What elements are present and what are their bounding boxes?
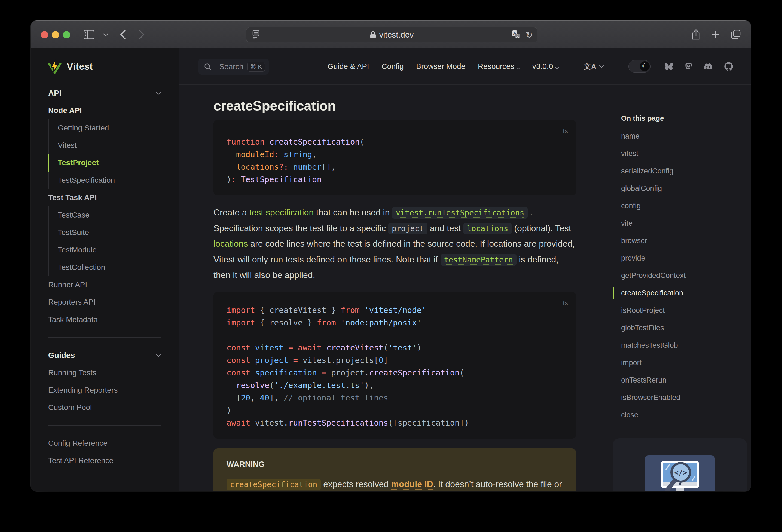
translate-icon[interactable]: A 文: [511, 30, 521, 40]
sidebar-item-testcase[interactable]: TestCase: [48, 206, 161, 224]
nav-link-v3-0-0[interactable]: v3.0.0: [532, 62, 559, 71]
sidebar-item-reporters-api[interactable]: Reporters API: [48, 293, 161, 311]
bluesky-icon[interactable]: [664, 62, 674, 71]
nav-link-resources[interactable]: Resources: [478, 62, 520, 71]
sidebar-item-running-tests[interactable]: Running Tests: [48, 364, 161, 382]
inline-link[interactable]: testNamePattern: [440, 254, 517, 266]
outline-item-getprovidedcontext[interactable]: getProvidedContext: [621, 267, 748, 284]
sidebar-divider: [48, 425, 161, 426]
sidebar-item-test-task-api[interactable]: Test Task API: [48, 189, 161, 206]
chevron-down-icon: [599, 64, 604, 68]
outline-item-import[interactable]: import: [621, 354, 748, 371]
warning-callout: WARNING createSpecification expects reso…: [213, 449, 576, 491]
language-switcher[interactable]: 文A: [584, 62, 603, 71]
tab-group-chevron-icon[interactable]: [101, 21, 110, 48]
outline-item-serializedconfig[interactable]: serializedConfig: [621, 162, 748, 180]
nav-divider: [571, 62, 571, 71]
sidebar-item-testmodule[interactable]: TestModule: [48, 241, 161, 259]
site-logo[interactable]: Vitest: [31, 48, 179, 84]
sidebar-item-test-api-reference[interactable]: Test API Reference: [48, 452, 161, 469]
forward-button[interactable]: [135, 21, 148, 48]
site-viewport: Vitest APINode APIGetting StartedVitestT…: [31, 48, 751, 491]
sidebar-item-testcollection[interactable]: TestCollection: [48, 259, 161, 276]
sidebar-item-node-api[interactable]: Node API: [48, 102, 161, 119]
sidebar-item-config-reference[interactable]: Config Reference: [48, 434, 161, 452]
mastodon-icon[interactable]: [684, 62, 693, 71]
code-line: moduleId: string,: [226, 148, 563, 161]
sidebar-item-task-metadata[interactable]: Task Metadata: [48, 311, 161, 328]
text-segment: that can be used in: [314, 208, 392, 217]
outline-item-createspecification[interactable]: createSpecification: [621, 284, 748, 302]
code-language-badge: ts: [563, 297, 568, 309]
outline-item-globalconfig[interactable]: globalConfig: [621, 180, 748, 197]
sidebar-item-vitest[interactable]: Vitest: [48, 137, 161, 154]
outline-panel: On this page namevitestserializedConfigg…: [613, 84, 748, 491]
doc-content: createSpecification ts function createSp…: [213, 84, 576, 491]
inline-link[interactable]: locations: [463, 223, 512, 235]
browser-window: vitest.dev A 文 ↻: [31, 21, 751, 491]
back-button[interactable]: [116, 21, 129, 48]
url-text: vitest.dev: [379, 30, 414, 39]
outline-item-isbrowserenabled[interactable]: isBrowserEnabled: [621, 389, 748, 406]
dark-mode-toggle[interactable]: ☾: [629, 60, 651, 73]
sidebar-toggle-icon[interactable]: [82, 21, 96, 48]
sidebar-group-guides[interactable]: Guides: [48, 347, 161, 364]
chevron-down-icon: [156, 352, 161, 357]
share-icon[interactable]: [689, 21, 703, 48]
outline-item-isrootproject[interactable]: isRootProject: [621, 302, 748, 319]
sidebar-item-testsuite[interactable]: TestSuite: [48, 224, 161, 241]
outline-item-browser[interactable]: browser: [621, 232, 748, 249]
sidebar-item-testproject[interactable]: TestProject: [48, 154, 161, 172]
code-line: ): TestSpecification: [226, 173, 563, 186]
sponsor-card[interactable]: </>: [613, 438, 747, 491]
outline-item-ontestsrerun[interactable]: onTestsRerun: [621, 371, 748, 389]
inline-link[interactable]: module ID: [391, 479, 433, 489]
outline-item-config[interactable]: config: [621, 197, 748, 215]
close-window-button[interactable]: [41, 31, 48, 38]
nav-link-guide-api[interactable]: Guide & API: [327, 62, 369, 71]
sidebar-item-extending-reporters[interactable]: Extending Reporters: [48, 382, 161, 399]
inline-link[interactable]: vitest.runTestSpecifications: [392, 207, 528, 219]
text-segment: Create a: [213, 208, 249, 217]
sidebar-item-custom-pool[interactable]: Custom Pool: [48, 399, 161, 416]
sidebar: Vitest APINode APIGetting StartedVitestT…: [31, 48, 179, 491]
outline-active-marker: [613, 287, 614, 299]
code-line: const vitest = await createVitest('test'…: [226, 342, 563, 354]
nav-link-browser-mode[interactable]: Browser Mode: [416, 62, 466, 71]
search-button[interactable]: Search ⌘ K: [199, 59, 269, 75]
outline-marker-line: [613, 128, 613, 424]
lock-icon: [370, 31, 376, 39]
sponsor-illustration: </>: [645, 456, 715, 491]
inline-link[interactable]: locations: [213, 239, 248, 249]
tab-overview-icon[interactable]: [728, 21, 743, 48]
discord-icon[interactable]: [703, 62, 713, 71]
outline-item-globtestfiles[interactable]: globTestFiles: [621, 319, 748, 336]
browser-toolbar: vitest.dev A 文 ↻: [31, 21, 751, 48]
sidebar-item-getting-started[interactable]: Getting Started: [48, 119, 161, 137]
outline-item-name[interactable]: name: [621, 128, 748, 145]
address-bar[interactable]: vitest.dev A 文 ↻: [246, 28, 537, 42]
sidebar-group-api[interactable]: API: [48, 84, 161, 102]
github-icon[interactable]: [724, 62, 734, 71]
reload-icon[interactable]: ↻: [526, 30, 533, 40]
minimize-window-button[interactable]: [52, 31, 59, 38]
translate-glyph-icon: 文A: [584, 62, 597, 71]
code-line: import { resolve } from 'node:path/posix…: [226, 316, 563, 329]
zoom-window-button[interactable]: [63, 31, 70, 38]
nav-links: Guide & APIConfigBrowser ModeResourcesv3…: [327, 48, 734, 84]
outline-item-provide[interactable]: provide: [621, 249, 748, 267]
outline-item-matchestestglob[interactable]: matchesTestGlob: [621, 336, 748, 354]
outline-item-vite[interactable]: vite: [621, 215, 748, 232]
outline-item-vitest[interactable]: vitest: [621, 145, 748, 162]
chevron-down-icon: [555, 66, 559, 69]
new-tab-icon[interactable]: +: [709, 21, 722, 48]
nav-link-config[interactable]: Config: [382, 62, 404, 71]
chevron-down-icon: [156, 90, 161, 95]
outline-item-close[interactable]: close: [621, 406, 748, 424]
sidebar-item-runner-api[interactable]: Runner API: [48, 276, 161, 293]
sidebar-nav: APINode APIGetting StartedVitestTestProj…: [31, 84, 179, 469]
sidebar-item-testspecification[interactable]: TestSpecification: [48, 172, 161, 189]
code-line: import { createVitest } from 'vitest/nod…: [226, 304, 563, 316]
code-line: const project = vitest.projects[0]: [226, 354, 563, 366]
inline-link[interactable]: test specification: [249, 208, 314, 217]
